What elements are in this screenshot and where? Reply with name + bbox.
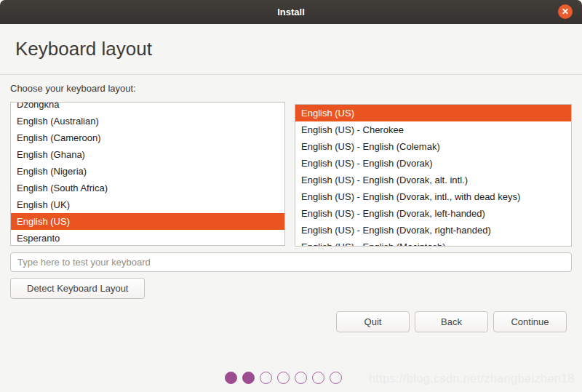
watermark-text: https://blog.csdn.net/zhangbeizhen18 — [369, 372, 575, 385]
layout-list[interactable]: DzongkhaEnglish (Australian)English (Cam… — [10, 102, 285, 246]
progress-dot — [330, 372, 342, 384]
navigation-buttons: Quit Back Continue — [336, 311, 567, 332]
close-button[interactable]: ✕ — [558, 4, 573, 19]
keyboard-test-input[interactable] — [10, 252, 572, 272]
progress-dot — [225, 372, 237, 384]
list-item[interactable]: English (US) - English (Dvorak, right-ha… — [295, 222, 571, 239]
list-item[interactable]: English (US) - English (Macintosh) — [295, 239, 571, 247]
continue-button[interactable]: Continue — [493, 311, 567, 332]
list-item[interactable]: English (US) — [11, 213, 284, 230]
variant-list-items: English (US)English (US) - CherokeeEngli… — [295, 105, 571, 247]
list-item[interactable]: English (US) - English (Dvorak, intl., w… — [295, 188, 571, 205]
progress-dot — [295, 372, 307, 384]
close-icon: ✕ — [562, 4, 569, 19]
list-item[interactable]: English (US) — [295, 105, 571, 121]
list-item[interactable]: English (Ghana) — [11, 146, 284, 163]
layout-list-items: DzongkhaEnglish (Australian)English (Cam… — [11, 102, 284, 246]
list-item[interactable]: English (US) - English (Dvorak, alt. int… — [295, 172, 571, 188]
list-item[interactable]: English (Nigeria) — [11, 163, 284, 180]
titlebar: Install ✕ — [0, 0, 582, 24]
window-title: Install — [277, 7, 305, 17]
progress-dot — [312, 372, 324, 384]
quit-button[interactable]: Quit — [336, 311, 410, 332]
list-item[interactable]: Dzongkha — [11, 102, 284, 113]
variant-list[interactable]: English (US)English (US) - CherokeeEngli… — [295, 104, 572, 247]
list-item[interactable]: English (South Africa) — [11, 180, 284, 196]
list-item[interactable]: Esperanto — [11, 230, 284, 246]
progress-dot — [260, 372, 272, 384]
list-item[interactable]: English (UK) — [11, 196, 284, 213]
header-divider — [0, 74, 582, 75]
list-item[interactable]: English (Australian) — [11, 113, 284, 129]
list-item[interactable]: English (US) - Cherokee — [295, 121, 571, 138]
progress-dot — [277, 372, 290, 384]
progress-dot — [242, 372, 255, 384]
list-item[interactable]: English (US) - English (Dvorak) — [295, 155, 571, 172]
choose-layout-label: Choose your keyboard layout: — [10, 83, 136, 94]
detect-keyboard-layout-button[interactable]: Detect Keyboard Layout — [10, 278, 145, 299]
list-item[interactable]: English (US) - English (Colemak) — [295, 138, 571, 155]
list-item[interactable]: English (Cameroon) — [11, 129, 284, 146]
list-item[interactable]: English (US) - English (Dvorak, left-han… — [295, 205, 571, 222]
back-button[interactable]: Back — [415, 311, 488, 332]
progress-dots — [225, 372, 342, 384]
page-title: Keyboard layout — [15, 38, 152, 60]
